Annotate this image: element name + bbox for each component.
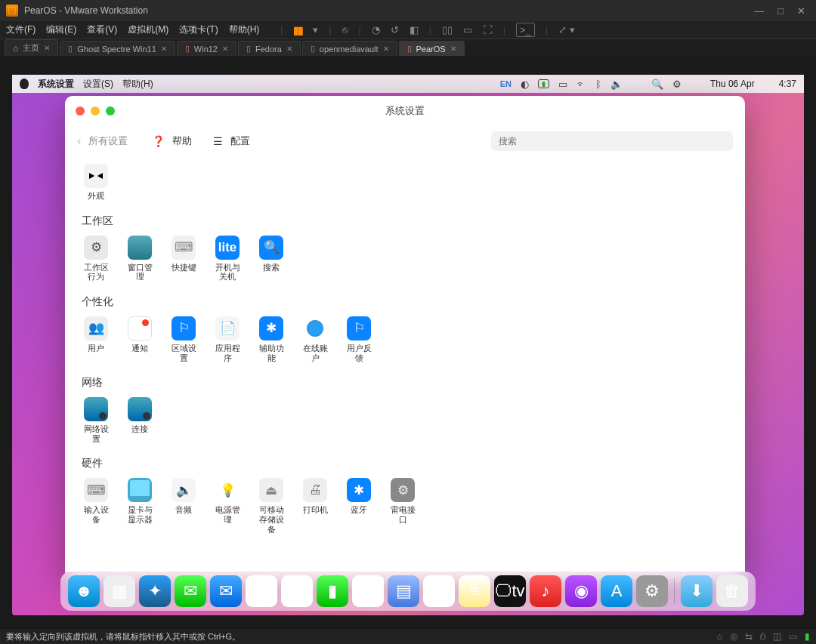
app-name[interactable]: 系统设置 (38, 78, 74, 91)
setting-conn[interactable]: 连接 (124, 397, 156, 443)
back-icon[interactable]: ‹ (77, 134, 81, 148)
fullscreen-icon[interactable]: ⤢ ▾ (558, 24, 575, 35)
lang-indicator[interactable]: EN (500, 79, 512, 88)
close-icon[interactable] (76, 106, 85, 116)
clock-time[interactable]: 4:37 (779, 79, 796, 89)
clock-date[interactable]: Thu 06 Apr (710, 79, 755, 89)
view3-icon[interactable]: ⛶ (483, 24, 493, 35)
sound-icon[interactable]: 🔈 (610, 79, 623, 90)
setting-region[interactable]: ⚐区域设置 (168, 316, 199, 362)
vm-menu-3[interactable]: 虚拟机(M) (128, 24, 168, 35)
revert-icon[interactable]: ↺ (391, 24, 399, 35)
battery-icon[interactable]: ▮ (538, 79, 549, 88)
setting-removable[interactable]: ⏏可移动存储设备 (255, 478, 287, 534)
menu-help[interactable]: 帮助(H) (122, 78, 153, 91)
manage-icon[interactable]: ◧ (410, 24, 419, 35)
setting-display[interactable]: 显卡与显示器 (124, 478, 156, 534)
menu-settings[interactable]: 设置(S) (83, 78, 113, 91)
status-net-icon[interactable]: ⇆ (745, 631, 753, 642)
vm-menu-4[interactable]: 选项卡(T) (179, 24, 218, 35)
dock-maps[interactable]: ✈ (246, 575, 277, 607)
vm-menu-1[interactable]: 编辑(E) (46, 24, 76, 35)
dock-settings[interactable]: ⚙ (636, 575, 668, 607)
setting-startup[interactable]: lite开机与关机 (212, 236, 243, 282)
setting-window[interactable]: 窗口管理 (124, 236, 156, 282)
setting-input[interactable]: ⌨输入设备 (80, 478, 112, 534)
dock-calendar[interactable]: JUN 22 (352, 575, 384, 607)
console-icon[interactable]: >_ (516, 23, 535, 37)
vm-menu-5[interactable]: 帮助(H) (229, 24, 260, 35)
wifi-icon[interactable]: ᯤ (576, 79, 586, 90)
setting-bluetooth[interactable]: ✱蓝牙 (343, 478, 375, 534)
tab-close-icon[interactable]: ✕ (383, 45, 389, 53)
tab-close-icon[interactable]: ✕ (161, 45, 167, 53)
dock-safari[interactable]: ✦ (139, 575, 171, 607)
setting-power[interactable]: 💡电源管理 (212, 478, 243, 534)
tab-close-icon[interactable]: ✕ (286, 45, 292, 53)
dock-podcasts[interactable]: ◉ (565, 575, 597, 607)
window-close-icon[interactable]: ✕ (797, 5, 805, 17)
setting-thunderbolt[interactable]: ⚙雷电接口 (387, 478, 419, 534)
search-input[interactable] (491, 131, 733, 151)
dock-trash[interactable]: 🗑 (716, 575, 748, 607)
dock-downloads[interactable]: ⬇ (681, 575, 712, 607)
dock-contacts[interactable]: ☰ (423, 575, 455, 607)
setting-notif[interactable]: 通知 (124, 316, 156, 362)
vm-tab-主页[interactable]: ⌂ 主页 ✕ (5, 39, 58, 56)
vm-menu-2[interactable]: 查看(V) (87, 24, 117, 35)
dock-launchpad[interactable]: ▦ (104, 575, 135, 607)
setting-shortcut[interactable]: ⌨快捷键 (168, 236, 199, 282)
dock-appstore[interactable]: A (601, 575, 632, 607)
vm-tab-Win12[interactable]: ▯ Win12 ✕ (177, 41, 236, 56)
vm-tab-openmediavault[interactable]: ▯ openmediavault ✕ (302, 41, 397, 56)
setting-printer[interactable]: 🖨打印机 (299, 478, 331, 534)
pear-logo-icon[interactable] (20, 79, 29, 89)
window-maximize-icon[interactable]: □ (777, 5, 784, 17)
config-label[interactable]: 配置 (230, 134, 250, 148)
search-icon[interactable]: 🔍 (651, 79, 663, 90)
network-icon[interactable]: ▭ (558, 79, 567, 90)
view2-icon[interactable]: ▭ (463, 24, 472, 35)
dock-mail[interactable]: ✉ (210, 575, 242, 607)
setting-users[interactable]: 👥用户 (80, 316, 112, 362)
vm-tab-PearOS[interactable]: ▯ PearOS ✕ (399, 41, 465, 56)
window-minimize-icon[interactable]: — (754, 5, 764, 17)
setting-search[interactable]: 🔍搜索 (255, 236, 287, 282)
minimize-icon[interactable] (91, 106, 100, 116)
view1-icon[interactable]: ▯▯ (442, 24, 453, 35)
bluetooth-icon[interactable]: ᛒ (595, 79, 601, 90)
dock-photos[interactable]: ✿ (281, 575, 313, 607)
vm-tab-Ghost Spectre Win11[interactable]: ▯ Ghost Spectre Win11 ✕ (60, 41, 175, 56)
setting-audio[interactable]: 🔈音频 (168, 478, 199, 534)
tab-close-icon[interactable]: ✕ (450, 45, 456, 53)
power-icon[interactable]: ⎋ (342, 24, 348, 35)
zoom-icon[interactable] (106, 106, 115, 116)
back-label[interactable]: 所有设置 (88, 134, 128, 148)
dock-tv[interactable]: 🖵tv (494, 575, 526, 607)
snapshot-icon[interactable]: ◔ (372, 24, 380, 35)
help-label[interactable]: 帮助 (172, 134, 192, 148)
setting-feedback[interactable]: ⚐用户反馈 (343, 316, 375, 362)
status-usb-icon[interactable]: ◫ (773, 631, 781, 642)
dock-files[interactable]: ▤ (388, 575, 419, 607)
status-sound-icon[interactable]: ▭ (789, 631, 797, 642)
status-disk-icon[interactable]: ⌂ (717, 631, 722, 642)
vm-menu-0[interactable]: 文件(F) (6, 24, 36, 35)
status-cd-icon[interactable]: ◎ (730, 631, 737, 642)
status-print-icon[interactable]: ⎙ (760, 631, 765, 642)
dock-music[interactable]: ♪ (530, 575, 561, 607)
setting-net[interactable]: 网络设置 (80, 397, 112, 443)
tab-close-icon[interactable]: ✕ (44, 44, 50, 52)
dock-finder[interactable]: ☻ (68, 575, 100, 607)
tab-close-icon[interactable]: ✕ (222, 45, 228, 53)
setting-online[interactable]: 在线账户 (299, 316, 331, 362)
setting-workspace[interactable]: ⚙工作区行为 (80, 236, 112, 282)
setting-apps[interactable]: 📄应用程序 (212, 316, 243, 362)
tray-icon-1[interactable]: ◐ (521, 79, 529, 90)
dock-messages[interactable]: ✉ (175, 575, 206, 607)
vm-tab-Fedora[interactable]: ▯ Fedora ✕ (238, 41, 301, 56)
dock-facetime[interactable]: ▮ (317, 575, 348, 607)
dock-notes[interactable]: ≡ (459, 575, 490, 607)
control-icon[interactable]: ⚙ (672, 79, 682, 90)
setting-appearance[interactable]: 外观 (80, 164, 112, 201)
